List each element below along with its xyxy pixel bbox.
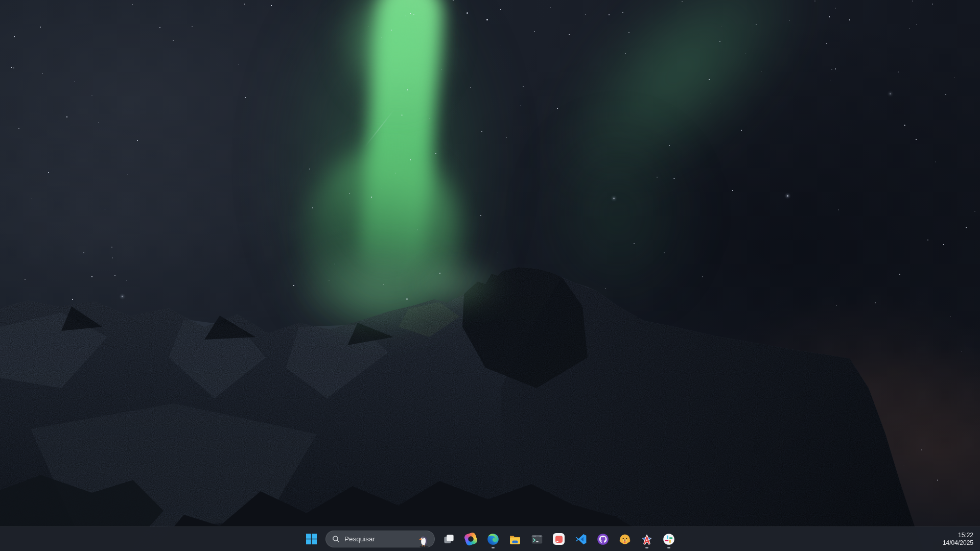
taskbar-app-red-square[interactable]: [549, 529, 569, 549]
bruno-dog-icon: [619, 533, 631, 545]
search-daily-puffin-icon: [417, 533, 431, 548]
taskbar-app-copilot[interactable]: [461, 529, 481, 549]
taskbar-app-a-star[interactable]: [637, 529, 657, 549]
taskbar: Pesquisar: [0, 526, 980, 551]
clock-time: 15:22: [943, 532, 973, 539]
a-star-app-icon: [641, 533, 653, 545]
taskbar-app-edge[interactable]: [483, 529, 503, 549]
taskbar-app-task-view[interactable]: [439, 529, 459, 549]
running-indicator: [492, 547, 495, 548]
slack-icon: [663, 533, 675, 545]
running-indicator: [667, 547, 670, 548]
taskbar-app-vscode[interactable]: [571, 529, 591, 549]
github-desktop-icon: [597, 533, 609, 545]
file-explorer-icon: [509, 533, 521, 545]
mountain-silhouette: [0, 0, 980, 551]
red-tile-app-icon: [553, 533, 565, 545]
taskbar-app-file-explorer[interactable]: [505, 529, 525, 549]
running-indicator: [645, 547, 648, 548]
search-box[interactable]: Pesquisar: [325, 531, 435, 547]
desktop[interactable]: [0, 0, 980, 551]
taskbar-center-group: Pesquisar: [300, 529, 680, 549]
search-placeholder: Pesquisar: [344, 535, 417, 543]
task-view-icon: [443, 533, 455, 545]
vscode-icon: [575, 533, 587, 545]
edge-browser-icon: [487, 533, 499, 545]
start-button[interactable]: [301, 529, 322, 549]
taskbar-app-github-desktop[interactable]: [593, 529, 613, 549]
search-icon: [332, 535, 340, 543]
taskbar-app-bruno[interactable]: [615, 529, 635, 549]
clock-date: 14/04/2025: [943, 539, 973, 547]
taskbar-app-slack[interactable]: [659, 529, 679, 549]
copilot-icon: [463, 532, 478, 546]
terminal-icon: [531, 533, 543, 545]
taskbar-app-terminal[interactable]: [527, 529, 547, 549]
windows-logo-icon: [306, 534, 317, 544]
taskbar-clock[interactable]: 15:22 14/04/2025: [943, 532, 973, 547]
